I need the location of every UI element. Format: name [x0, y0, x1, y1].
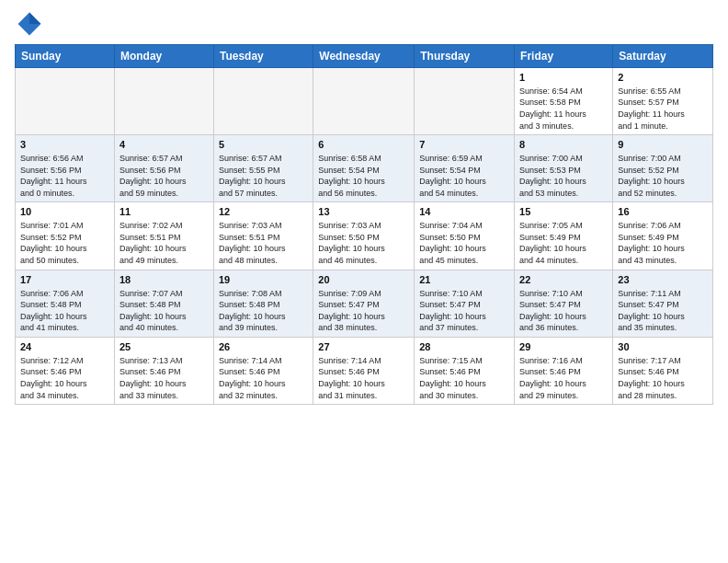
day-number: 21: [419, 273, 509, 287]
day-info: Sunrise: 7:00 AM Sunset: 5:52 PM Dayligh…: [618, 153, 708, 199]
calendar-header-row: SundayMondayTuesdayWednesdayThursdayFrid…: [16, 45, 713, 68]
calendar-cell: 3Sunrise: 6:56 AM Sunset: 5:56 PM Daylig…: [16, 135, 115, 202]
calendar-cell: 7Sunrise: 6:59 AM Sunset: 5:54 PM Daylig…: [415, 135, 515, 202]
calendar-header-saturday: Saturday: [613, 45, 713, 68]
calendar-cell: 23Sunrise: 7:11 AM Sunset: 5:47 PM Dayli…: [613, 270, 713, 337]
calendar-header-friday: Friday: [515, 45, 613, 68]
day-info: Sunrise: 7:14 AM Sunset: 5:46 PM Dayligh…: [318, 355, 409, 401]
day-info: Sunrise: 7:01 AM Sunset: 5:52 PM Dayligh…: [20, 220, 109, 266]
calendar-cell: [114, 68, 213, 135]
day-info: Sunrise: 7:16 AM Sunset: 5:46 PM Dayligh…: [519, 355, 608, 401]
day-info: Sunrise: 6:58 AM Sunset: 5:54 PM Dayligh…: [318, 153, 409, 199]
day-number: 11: [119, 205, 209, 219]
calendar-cell: 8Sunrise: 7:00 AM Sunset: 5:53 PM Daylig…: [515, 135, 613, 202]
day-number: 24: [20, 340, 109, 354]
day-number: 30: [618, 340, 708, 354]
day-number: 10: [20, 205, 109, 219]
day-info: Sunrise: 7:00 AM Sunset: 5:53 PM Dayligh…: [519, 153, 608, 199]
day-number: 5: [219, 138, 308, 152]
day-info: Sunrise: 7:14 AM Sunset: 5:46 PM Dayligh…: [219, 355, 308, 401]
day-info: Sunrise: 6:57 AM Sunset: 5:56 PM Dayligh…: [119, 153, 209, 199]
calendar-cell: 17Sunrise: 7:06 AM Sunset: 5:48 PM Dayli…: [16, 270, 115, 337]
calendar-cell: 9Sunrise: 7:00 AM Sunset: 5:52 PM Daylig…: [613, 135, 713, 202]
calendar-cell: 4Sunrise: 6:57 AM Sunset: 5:56 PM Daylig…: [114, 135, 213, 202]
calendar-cell: 2Sunrise: 6:55 AM Sunset: 5:57 PM Daylig…: [613, 68, 713, 135]
calendar-cell: 19Sunrise: 7:08 AM Sunset: 5:48 PM Dayli…: [213, 270, 313, 337]
day-number: 8: [519, 138, 608, 152]
day-info: Sunrise: 7:11 AM Sunset: 5:47 PM Dayligh…: [618, 288, 708, 334]
day-number: 23: [618, 273, 708, 287]
calendar-cell: 6Sunrise: 6:58 AM Sunset: 5:54 PM Daylig…: [313, 135, 415, 202]
day-number: 14: [419, 205, 509, 219]
calendar-cell: 5Sunrise: 6:57 AM Sunset: 5:55 PM Daylig…: [213, 135, 313, 202]
day-number: 7: [419, 138, 509, 152]
calendar-cell: 25Sunrise: 7:13 AM Sunset: 5:46 PM Dayli…: [114, 337, 213, 404]
day-number: 15: [519, 205, 608, 219]
calendar-header-tuesday: Tuesday: [213, 45, 313, 68]
day-info: Sunrise: 7:12 AM Sunset: 5:46 PM Dayligh…: [20, 355, 109, 401]
calendar-week-row: 3Sunrise: 6:56 AM Sunset: 5:56 PM Daylig…: [16, 135, 713, 202]
header: [15, 9, 713, 39]
calendar-cell: 21Sunrise: 7:10 AM Sunset: 5:47 PM Dayli…: [415, 270, 515, 337]
calendar-cell: 24Sunrise: 7:12 AM Sunset: 5:46 PM Dayli…: [16, 337, 115, 404]
day-info: Sunrise: 7:08 AM Sunset: 5:48 PM Dayligh…: [219, 288, 308, 334]
day-number: 13: [318, 205, 409, 219]
day-number: 22: [519, 273, 608, 287]
day-info: Sunrise: 7:04 AM Sunset: 5:50 PM Dayligh…: [419, 220, 509, 266]
day-info: Sunrise: 7:03 AM Sunset: 5:51 PM Dayligh…: [219, 220, 308, 266]
page: SundayMondayTuesdayWednesdayThursdayFrid…: [0, 0, 728, 563]
day-info: Sunrise: 7:15 AM Sunset: 5:46 PM Dayligh…: [419, 355, 509, 401]
calendar-cell: 10Sunrise: 7:01 AM Sunset: 5:52 PM Dayli…: [16, 202, 115, 270]
calendar-cell: 26Sunrise: 7:14 AM Sunset: 5:46 PM Dayli…: [213, 337, 313, 404]
calendar-cell: 28Sunrise: 7:15 AM Sunset: 5:46 PM Dayli…: [415, 337, 515, 404]
calendar-cell: 18Sunrise: 7:07 AM Sunset: 5:48 PM Dayli…: [114, 270, 213, 337]
day-number: 29: [519, 340, 608, 354]
calendar-header-sunday: Sunday: [16, 45, 115, 68]
logo: [15, 9, 48, 39]
day-info: Sunrise: 6:54 AM Sunset: 5:58 PM Dayligh…: [519, 86, 608, 132]
calendar-cell: [313, 68, 415, 135]
day-number: 1: [519, 71, 608, 85]
day-number: 9: [618, 138, 708, 152]
day-info: Sunrise: 7:17 AM Sunset: 5:46 PM Dayligh…: [618, 355, 708, 401]
day-info: Sunrise: 6:56 AM Sunset: 5:56 PM Dayligh…: [20, 153, 109, 199]
day-number: 17: [20, 273, 109, 287]
day-info: Sunrise: 6:59 AM Sunset: 5:54 PM Dayligh…: [419, 153, 509, 199]
day-info: Sunrise: 7:03 AM Sunset: 5:50 PM Dayligh…: [318, 220, 409, 266]
day-info: Sunrise: 7:06 AM Sunset: 5:48 PM Dayligh…: [20, 288, 109, 334]
day-info: Sunrise: 7:05 AM Sunset: 5:49 PM Dayligh…: [519, 220, 608, 266]
calendar-cell: [16, 68, 115, 135]
day-number: 27: [318, 340, 409, 354]
svg-marker-1: [29, 13, 40, 24]
calendar-table: SundayMondayTuesdayWednesdayThursdayFrid…: [15, 44, 713, 405]
day-info: Sunrise: 7:07 AM Sunset: 5:48 PM Dayligh…: [119, 288, 209, 334]
day-number: 3: [20, 138, 109, 152]
calendar-cell: 27Sunrise: 7:14 AM Sunset: 5:46 PM Dayli…: [313, 337, 415, 404]
calendar-week-row: 1Sunrise: 6:54 AM Sunset: 5:58 PM Daylig…: [16, 68, 713, 135]
day-info: Sunrise: 7:02 AM Sunset: 5:51 PM Dayligh…: [119, 220, 209, 266]
day-info: Sunrise: 7:09 AM Sunset: 5:47 PM Dayligh…: [318, 288, 409, 334]
logo-icon: [15, 9, 44, 39]
calendar-cell: 22Sunrise: 7:10 AM Sunset: 5:47 PM Dayli…: [515, 270, 613, 337]
calendar-cell: 30Sunrise: 7:17 AM Sunset: 5:46 PM Dayli…: [613, 337, 713, 404]
day-number: 6: [318, 138, 409, 152]
calendar-cell: 13Sunrise: 7:03 AM Sunset: 5:50 PM Dayli…: [313, 202, 415, 270]
day-number: 28: [419, 340, 509, 354]
calendar-week-row: 24Sunrise: 7:12 AM Sunset: 5:46 PM Dayli…: [16, 337, 713, 404]
calendar-week-row: 17Sunrise: 7:06 AM Sunset: 5:48 PM Dayli…: [16, 270, 713, 337]
day-number: 2: [618, 71, 708, 85]
day-number: 25: [119, 340, 209, 354]
day-info: Sunrise: 7:13 AM Sunset: 5:46 PM Dayligh…: [119, 355, 209, 401]
day-number: 16: [618, 205, 708, 219]
day-info: Sunrise: 7:06 AM Sunset: 5:49 PM Dayligh…: [618, 220, 708, 266]
calendar-cell: [213, 68, 313, 135]
day-info: Sunrise: 6:57 AM Sunset: 5:55 PM Dayligh…: [219, 153, 308, 199]
calendar-cell: 15Sunrise: 7:05 AM Sunset: 5:49 PM Dayli…: [515, 202, 613, 270]
calendar-cell: 12Sunrise: 7:03 AM Sunset: 5:51 PM Dayli…: [213, 202, 313, 270]
day-number: 26: [219, 340, 308, 354]
day-number: 19: [219, 273, 308, 287]
calendar-header-wednesday: Wednesday: [313, 45, 415, 68]
calendar-cell: 14Sunrise: 7:04 AM Sunset: 5:50 PM Dayli…: [415, 202, 515, 270]
calendar-cell: 16Sunrise: 7:06 AM Sunset: 5:49 PM Dayli…: [613, 202, 713, 270]
calendar-cell: 29Sunrise: 7:16 AM Sunset: 5:46 PM Dayli…: [515, 337, 613, 404]
